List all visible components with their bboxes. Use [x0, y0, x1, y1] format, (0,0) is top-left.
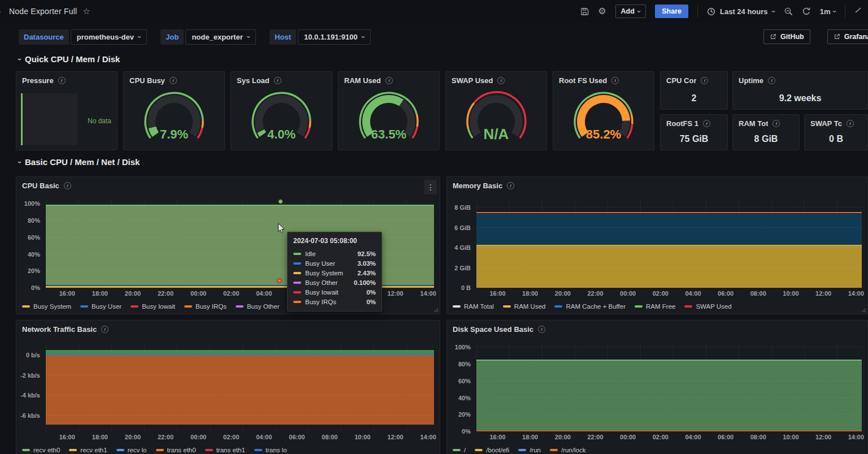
info-icon[interactable]: i: [170, 77, 177, 84]
legend-item[interactable]: Busy IRQs: [184, 303, 227, 310]
panel-title[interactable]: Sys Load: [237, 76, 270, 85]
external-links: GitHub Grafana: [763, 29, 868, 44]
info-icon[interactable]: i: [768, 77, 775, 84]
section-header-basic[interactable]: › Basic CPU / Mem / Net / Disk: [19, 157, 140, 167]
info-icon[interactable]: i: [58, 77, 66, 84]
panel-title[interactable]: Memory Basic: [453, 181, 502, 190]
github-link-button[interactable]: GitHub: [763, 29, 810, 44]
panel-title[interactable]: Network Traffic Basic: [22, 325, 97, 334]
legend-item[interactable]: RAM Cache + Buffer: [554, 303, 626, 310]
legend-item[interactable]: SWAP Used: [684, 303, 731, 310]
top-navigation-bar: › Node Exporter Full ☆ ⚙ Add › Share Las…: [0, 0, 868, 23]
legend-item[interactable]: Busy User: [80, 303, 121, 310]
memory-basic-chart[interactable]: [476, 200, 862, 288]
legend-item[interactable]: RAM Free: [635, 303, 675, 310]
legend-item[interactable]: recv lo: [116, 447, 147, 453]
legend-item[interactable]: Busy Iowait: [131, 303, 175, 310]
panel-title[interactable]: Uptime: [739, 76, 763, 85]
no-data-label: No data: [88, 117, 111, 125]
info-icon[interactable]: i: [101, 326, 108, 333]
legend-item[interactable]: Busy Other: [236, 303, 280, 310]
legend-item[interactable]: recv eth1: [69, 447, 107, 453]
add-panel-button[interactable]: Add ›: [615, 5, 646, 18]
info-icon[interactable]: i: [772, 120, 780, 127]
variable-label: Job: [160, 29, 184, 45]
legend-item[interactable]: /: [453, 447, 466, 453]
section-header-quick[interactable]: › Quick CPU / Mem / Disk: [19, 54, 120, 64]
panel-title[interactable]: CPU Busy: [129, 76, 165, 85]
legend-item[interactable]: /run/lock: [550, 447, 585, 453]
save-dashboard-icon[interactable]: [580, 7, 589, 16]
disk-space-chart[interactable]: [476, 343, 862, 431]
legend-item[interactable]: recv eth0: [22, 447, 60, 453]
legend-item[interactable]: /boot/efi: [475, 447, 509, 453]
breadcrumb-chevron-icon[interactable]: ›: [0, 6, 3, 16]
info-icon[interactable]: i: [507, 182, 514, 189]
legend-item[interactable]: trans lo: [254, 447, 287, 453]
legend-label: /run: [530, 447, 541, 453]
gridline: [46, 354, 434, 355]
info-icon[interactable]: i: [274, 77, 281, 84]
variable-value-dropdown[interactable]: 10.0.1.191:9100 ›: [298, 29, 371, 45]
grafana-link-button[interactable]: Grafana: [827, 29, 868, 44]
info-icon[interactable]: i: [847, 120, 854, 127]
panel-title[interactable]: Disk Space Used Basic: [453, 325, 533, 334]
panel-title[interactable]: SWAP Used: [452, 76, 493, 85]
sys-load-gauge: 4.0%: [231, 85, 332, 150]
info-icon[interactable]: i: [64, 182, 71, 189]
refresh-icon[interactable]: [802, 7, 811, 16]
info-icon[interactable]: i: [538, 326, 545, 333]
info-icon[interactable]: i: [497, 77, 505, 84]
x-axis-tick: 14:00: [848, 290, 864, 297]
tooltip-rows: Idle 92.5% Busy User 3.03% Busy System 2…: [293, 249, 376, 306]
time-range-picker[interactable]: Last 24 hours ›: [707, 7, 775, 16]
time-range-label: Last 24 hours: [720, 7, 768, 16]
tooltip-series-label: Busy User: [305, 260, 353, 267]
panel-title[interactable]: CPU Basic: [22, 181, 59, 190]
dashboard-settings-gear-icon[interactable]: ⚙: [598, 7, 606, 16]
legend-color-chip: [554, 305, 562, 308]
network-traffic-chart[interactable]: [46, 343, 434, 431]
x-axis-tick: 12:00: [388, 434, 403, 440]
variable-group: Job node_exporter ›: [160, 29, 256, 45]
panel-title[interactable]: RAM Tot: [739, 119, 768, 128]
info-icon[interactable]: i: [611, 77, 619, 84]
legend-item[interactable]: /run: [518, 447, 541, 453]
panel-title[interactable]: Pressure: [22, 76, 54, 85]
gridline: [476, 397, 862, 398]
tooltip-series-value: 0.100%: [354, 279, 376, 286]
info-icon[interactable]: i: [703, 120, 710, 127]
panel-ram-total: RAM Tot i 8 GiB: [732, 114, 800, 150]
star-favorite-icon[interactable]: ☆: [83, 6, 90, 16]
panel-title[interactable]: CPU Cor: [666, 76, 696, 85]
x-axis-tick: 04:00: [256, 290, 272, 297]
panel-title[interactable]: RootFS 1: [666, 119, 698, 128]
y-axis-tick: -4 kb/s: [20, 392, 40, 399]
y-axis-tick: -6 kb/s: [20, 412, 40, 419]
tooltip-row: Busy System 2.43%: [293, 268, 376, 278]
panel-title[interactable]: SWAP Tc: [810, 119, 842, 128]
info-icon[interactable]: i: [385, 77, 393, 84]
share-button[interactable]: Share: [655, 5, 688, 18]
legend-item[interactable]: trans eth0: [156, 447, 196, 453]
dashboard-variables-row: Datasource prometheus-dev › Job node_exp…: [0, 29, 868, 49]
info-icon[interactable]: i: [701, 77, 708, 84]
zoom-out-time-icon[interactable]: [784, 7, 793, 16]
legend-item[interactable]: trans eth1: [205, 447, 245, 453]
x-axis-tick: 04:00: [256, 434, 272, 440]
panel-title[interactable]: RAM Used: [344, 76, 381, 85]
legend-item[interactable]: RAM Total: [453, 303, 494, 310]
refresh-interval-picker[interactable]: 1m ›: [820, 7, 836, 16]
legend-item[interactable]: Busy System: [22, 303, 71, 310]
variable-value-dropdown[interactable]: prometheus-dev ›: [71, 29, 147, 45]
legend-color-chip: [69, 449, 77, 451]
legend-item[interactable]: RAM Used: [503, 303, 546, 310]
x-axis-tick: 06:00: [289, 434, 305, 440]
variable-value-dropdown[interactable]: node_exporter ›: [185, 29, 256, 45]
partial-toolbar-icon: [854, 6, 862, 16]
legend-color-chip: [22, 305, 30, 308]
panel-title[interactable]: Root FS Used: [559, 76, 607, 85]
legend-label: RAM Free: [646, 303, 675, 310]
chevron-down-icon: ›: [136, 36, 144, 38]
panel-menu-kebab-icon[interactable]: ⋮: [424, 180, 437, 194]
